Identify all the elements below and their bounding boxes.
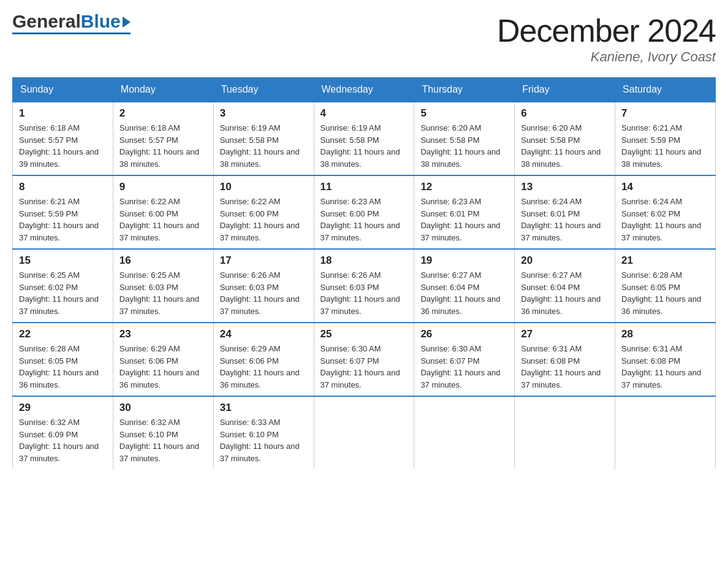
calendar-cell: 23 Sunrise: 6:29 AMSunset: 6:06 PMDaylig… xyxy=(113,323,213,396)
day-number: 5 xyxy=(420,107,508,120)
day-info: Sunrise: 6:26 AMSunset: 6:03 PMDaylight:… xyxy=(320,269,408,317)
calendar-cell: 29 Sunrise: 6:32 AMSunset: 6:09 PMDaylig… xyxy=(13,396,113,469)
day-number: 24 xyxy=(220,328,308,340)
day-number: 26 xyxy=(420,328,508,340)
day-number: 17 xyxy=(220,255,308,267)
day-info: Sunrise: 6:21 AMSunset: 5:59 PMDaylight:… xyxy=(621,122,709,170)
column-header-thursday: Thursday xyxy=(414,78,515,102)
day-number: 31 xyxy=(220,402,308,414)
day-info: Sunrise: 6:29 AMSunset: 6:06 PMDaylight:… xyxy=(220,343,308,391)
day-number: 14 xyxy=(621,181,709,193)
day-info: Sunrise: 6:27 AMSunset: 6:04 PMDaylight:… xyxy=(521,269,609,317)
day-info: Sunrise: 6:30 AMSunset: 6:07 PMDaylight:… xyxy=(420,343,508,391)
calendar-cell: 26 Sunrise: 6:30 AMSunset: 6:07 PMDaylig… xyxy=(414,323,515,396)
logo-arrow-icon xyxy=(123,17,131,28)
day-number: 22 xyxy=(19,328,107,340)
day-number: 11 xyxy=(320,181,408,193)
day-info: Sunrise: 6:26 AMSunset: 6:03 PMDaylight:… xyxy=(220,269,308,317)
page-header: General Blue December 2024 Kaniene, Ivor… xyxy=(12,12,716,65)
calendar-cell xyxy=(414,396,515,469)
calendar-cell: 4 Sunrise: 6:19 AMSunset: 5:58 PMDayligh… xyxy=(314,102,414,175)
calendar-cell: 28 Sunrise: 6:31 AMSunset: 6:08 PMDaylig… xyxy=(615,323,716,396)
day-info: Sunrise: 6:20 AMSunset: 5:58 PMDaylight:… xyxy=(521,122,609,170)
column-header-sunday: Sunday xyxy=(13,78,113,102)
calendar-cell: 17 Sunrise: 6:26 AMSunset: 6:03 PMDaylig… xyxy=(213,249,314,323)
day-number: 20 xyxy=(521,255,609,267)
calendar-cell: 10 Sunrise: 6:22 AMSunset: 6:00 PMDaylig… xyxy=(213,175,314,249)
calendar-cell: 3 Sunrise: 6:19 AMSunset: 5:58 PMDayligh… xyxy=(213,102,314,175)
calendar-cell: 21 Sunrise: 6:28 AMSunset: 6:05 PMDaylig… xyxy=(615,249,716,323)
day-number: 9 xyxy=(119,181,207,193)
day-number: 8 xyxy=(19,181,107,193)
day-info: Sunrise: 6:23 AMSunset: 6:01 PMDaylight:… xyxy=(420,196,508,243)
day-info: Sunrise: 6:19 AMSunset: 5:58 PMDaylight:… xyxy=(320,122,408,170)
day-info: Sunrise: 6:23 AMSunset: 6:00 PMDaylight:… xyxy=(320,196,408,243)
day-info: Sunrise: 6:32 AMSunset: 6:09 PMDaylight:… xyxy=(19,416,107,464)
calendar-cell xyxy=(314,396,414,469)
day-info: Sunrise: 6:30 AMSunset: 6:07 PMDaylight:… xyxy=(320,343,408,391)
day-info: Sunrise: 6:29 AMSunset: 6:06 PMDaylight:… xyxy=(119,343,207,391)
location-subtitle: Kaniene, Ivory Coast xyxy=(497,49,716,65)
day-info: Sunrise: 6:24 AMSunset: 6:02 PMDaylight:… xyxy=(621,196,709,243)
logo-underline xyxy=(12,33,131,34)
day-number: 25 xyxy=(320,328,408,340)
day-number: 29 xyxy=(19,402,107,414)
day-info: Sunrise: 6:31 AMSunset: 6:08 PMDaylight:… xyxy=(621,343,709,391)
calendar-cell: 16 Sunrise: 6:25 AMSunset: 6:03 PMDaylig… xyxy=(113,249,213,323)
day-number: 13 xyxy=(521,181,609,193)
day-info: Sunrise: 6:28 AMSunset: 6:05 PMDaylight:… xyxy=(621,269,709,317)
day-info: Sunrise: 6:22 AMSunset: 6:00 PMDaylight:… xyxy=(119,196,207,243)
column-header-saturday: Saturday xyxy=(615,78,716,102)
calendar-cell: 25 Sunrise: 6:30 AMSunset: 6:07 PMDaylig… xyxy=(314,323,414,396)
calendar-cell: 24 Sunrise: 6:29 AMSunset: 6:06 PMDaylig… xyxy=(213,323,314,396)
day-info: Sunrise: 6:25 AMSunset: 6:03 PMDaylight:… xyxy=(119,269,207,317)
day-number: 19 xyxy=(420,255,508,267)
day-info: Sunrise: 6:27 AMSunset: 6:04 PMDaylight:… xyxy=(420,269,508,317)
calendar-cell: 7 Sunrise: 6:21 AMSunset: 5:59 PMDayligh… xyxy=(615,102,716,175)
logo-blue-word: Blue xyxy=(81,12,121,31)
calendar-table: SundayMondayTuesdayWednesdayThursdayFrid… xyxy=(12,77,716,469)
day-number: 30 xyxy=(119,402,207,414)
day-number: 1 xyxy=(19,107,107,120)
calendar-cell xyxy=(615,396,716,469)
day-number: 16 xyxy=(119,255,207,267)
day-number: 21 xyxy=(621,255,709,267)
calendar-cell: 14 Sunrise: 6:24 AMSunset: 6:02 PMDaylig… xyxy=(615,175,716,249)
calendar-cell: 11 Sunrise: 6:23 AMSunset: 6:00 PMDaylig… xyxy=(314,175,414,249)
column-header-tuesday: Tuesday xyxy=(213,78,314,102)
day-number: 3 xyxy=(220,107,308,120)
calendar-cell: 31 Sunrise: 6:33 AMSunset: 6:10 PMDaylig… xyxy=(213,396,314,469)
calendar-cell xyxy=(515,396,615,469)
column-header-wednesday: Wednesday xyxy=(314,78,414,102)
day-info: Sunrise: 6:25 AMSunset: 6:02 PMDaylight:… xyxy=(19,269,107,317)
day-info: Sunrise: 6:22 AMSunset: 6:00 PMDaylight:… xyxy=(220,196,308,243)
title-block: December 2024 Kaniene, Ivory Coast xyxy=(497,12,716,65)
calendar-cell: 18 Sunrise: 6:26 AMSunset: 6:03 PMDaylig… xyxy=(314,249,414,323)
day-info: Sunrise: 6:31 AMSunset: 6:08 PMDaylight:… xyxy=(521,343,609,391)
day-info: Sunrise: 6:24 AMSunset: 6:01 PMDaylight:… xyxy=(521,196,609,243)
day-number: 12 xyxy=(420,181,508,193)
day-info: Sunrise: 6:32 AMSunset: 6:10 PMDaylight:… xyxy=(119,416,207,464)
day-number: 18 xyxy=(320,255,408,267)
calendar-cell: 30 Sunrise: 6:32 AMSunset: 6:10 PMDaylig… xyxy=(113,396,213,469)
day-info: Sunrise: 6:18 AMSunset: 5:57 PMDaylight:… xyxy=(119,122,207,170)
column-header-monday: Monday xyxy=(113,78,213,102)
calendar-cell: 27 Sunrise: 6:31 AMSunset: 6:08 PMDaylig… xyxy=(515,323,615,396)
calendar-cell: 2 Sunrise: 6:18 AMSunset: 5:57 PMDayligh… xyxy=(113,102,213,175)
calendar-cell: 1 Sunrise: 6:18 AMSunset: 5:57 PMDayligh… xyxy=(13,102,113,175)
day-number: 7 xyxy=(621,107,709,120)
day-info: Sunrise: 6:20 AMSunset: 5:58 PMDaylight:… xyxy=(420,122,508,170)
calendar-cell: 8 Sunrise: 6:21 AMSunset: 5:59 PMDayligh… xyxy=(13,175,113,249)
column-header-friday: Friday xyxy=(515,78,615,102)
calendar-cell: 22 Sunrise: 6:28 AMSunset: 6:05 PMDaylig… xyxy=(13,323,113,396)
day-number: 6 xyxy=(521,107,609,120)
calendar-cell: 19 Sunrise: 6:27 AMSunset: 6:04 PMDaylig… xyxy=(414,249,515,323)
calendar-cell: 9 Sunrise: 6:22 AMSunset: 6:00 PMDayligh… xyxy=(113,175,213,249)
day-number: 10 xyxy=(220,181,308,193)
calendar-cell: 13 Sunrise: 6:24 AMSunset: 6:01 PMDaylig… xyxy=(515,175,615,249)
calendar-cell: 15 Sunrise: 6:25 AMSunset: 6:02 PMDaylig… xyxy=(13,249,113,323)
calendar-cell: 12 Sunrise: 6:23 AMSunset: 6:01 PMDaylig… xyxy=(414,175,515,249)
day-info: Sunrise: 6:33 AMSunset: 6:10 PMDaylight:… xyxy=(220,416,308,464)
day-number: 28 xyxy=(621,328,709,340)
calendar-cell: 5 Sunrise: 6:20 AMSunset: 5:58 PMDayligh… xyxy=(414,102,515,175)
